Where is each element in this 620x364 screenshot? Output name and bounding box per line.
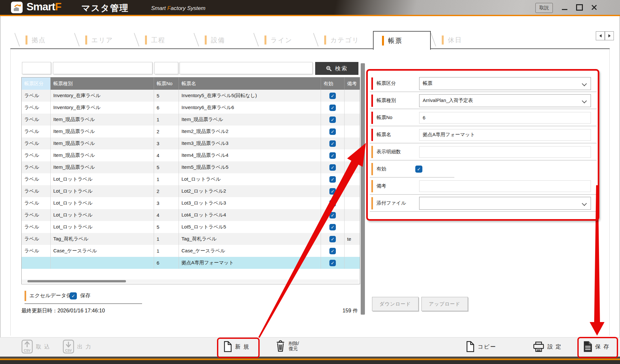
save-button[interactable]: 保 存 (583, 341, 610, 352)
tab-設備[interactable]: 設備 (194, 31, 253, 49)
cell-biko (345, 173, 359, 185)
active-checkbox[interactable] (329, 176, 336, 183)
active-checkbox[interactable] (329, 105, 336, 111)
table-row-0[interactable]: ラベルInventory_在庫ラベル5Inventory5_在庫ラベル5(回転な… (22, 90, 360, 102)
optional-marker (371, 163, 373, 175)
active-checkbox[interactable] (329, 152, 336, 159)
dropdown-帳票種別[interactable]: ArrivalPlan_入荷予定表 (419, 94, 591, 107)
detail-form: 帳票区分帳票帳票種別ArrivalPlan_入荷予定表帳票No6帳票名拠点A専用… (370, 75, 597, 212)
new-button[interactable]: 新 規 (223, 341, 250, 352)
table-row-14[interactable]: 6拠点A専用フォーマット (22, 257, 360, 269)
tab-帳票[interactable]: 帳票 (373, 31, 431, 50)
minimize-button[interactable] (560, 3, 569, 12)
active-checkbox[interactable] (329, 128, 336, 135)
table-row-3[interactable]: ラベルItem_現品票ラベル2Item2_現品票ラベル2 (22, 126, 360, 137)
tab-休日[interactable]: 休日 (431, 31, 491, 49)
manual-button[interactable]: 取説 (535, 3, 553, 13)
input-表示明細数[interactable] (419, 146, 591, 158)
upload-button[interactable]: アップロード (421, 297, 468, 311)
horizontal-scrollbar-thumb[interactable] (27, 280, 126, 282)
search-input-kubun[interactable] (22, 62, 51, 74)
active-checkbox[interactable] (329, 248, 336, 254)
tab-工程[interactable]: 工程 (134, 31, 194, 49)
table-row-10[interactable]: ラベルLot_ロットラベル4Lot4_ロットラベル4 (22, 209, 360, 221)
tab-accent-bar (324, 35, 326, 45)
cell: Lot_ロットラベル (51, 197, 154, 209)
cell: 1 (154, 114, 179, 126)
form-field-帳票名: 帳票名拠点A専用フォーマット (370, 126, 597, 143)
table-row-4[interactable]: ラベルItem_現品票ラベル3Item3_現品票ラベル3 (22, 137, 360, 149)
cell-active (321, 233, 345, 245)
search-input-name[interactable] (180, 62, 313, 74)
input-帳票No[interactable]: 6 (419, 112, 591, 124)
required-marker (371, 112, 373, 124)
tab-scroll-right-button[interactable] (605, 31, 614, 40)
form-field-備考: 備考 (370, 177, 597, 195)
search-icon (326, 66, 332, 72)
active-checkbox[interactable] (329, 164, 336, 171)
search-input-shubetsu[interactable] (53, 62, 152, 74)
active-checkbox[interactable] (329, 212, 336, 218)
active-checkbox[interactable] (329, 93, 336, 99)
active-checkbox[interactable] (329, 260, 336, 266)
input-備考[interactable] (419, 180, 591, 192)
download-button[interactable]: ダウンロード (372, 297, 418, 311)
cell-biko (345, 149, 359, 161)
excel-underline (25, 303, 142, 304)
field-label: 備考 (377, 183, 415, 189)
maximize-button[interactable] (574, 3, 584, 12)
form-field-有効: 有効 (370, 160, 597, 177)
table-row-11[interactable]: ラベルLot_ロットラベル5Lot5_ロットラベル5 (22, 221, 360, 233)
table-row-13[interactable]: ラベルCase_ケースラベル1Case_ケースラベル (22, 245, 360, 257)
tab-拠点[interactable]: 拠点 (15, 31, 74, 49)
excel-save-checkbox[interactable] (70, 292, 77, 299)
active-checkbox[interactable] (329, 188, 336, 195)
table-row-12[interactable]: ラベルTag_荷札ラベル1Tag_荷札ラベルte (22, 233, 360, 245)
column-header-帳票No[interactable]: 帳票No (154, 77, 179, 90)
delete-restore-button[interactable]: 削除/復元 (275, 339, 299, 352)
dropdown-添付ファイル[interactable] (419, 197, 591, 210)
import-button[interactable]: CSV 取 込 (21, 339, 50, 354)
active-checkbox[interactable] (329, 224, 336, 230)
table-row-2[interactable]: ラベルItem_現品票ラベル1Item_現品票ラベル (22, 114, 360, 126)
column-header-有効[interactable]: 有効 (321, 77, 345, 90)
table-row-9[interactable]: ラベルLot_ロットラベル3Lot3_ロットラベル3 (22, 197, 360, 209)
cell: Item2_現品票ラベル2 (179, 126, 321, 137)
tab-エリア[interactable]: エリア (74, 31, 134, 49)
column-header-帳票名[interactable]: 帳票名 (179, 77, 321, 90)
column-header-備考[interactable]: 備考 (345, 77, 359, 90)
active-checkbox[interactable] (329, 116, 336, 123)
active-checkbox[interactable] (329, 200, 336, 207)
cell: Lot3_ロットラベル3 (179, 197, 321, 209)
table-row-6[interactable]: ラベルItem_現品票ラベル5Item5_現品票ラベル5 (22, 161, 360, 173)
table-row-7[interactable]: ラベルLot_ロットラベル1Lot_ロットラベル (22, 173, 360, 185)
checkbox-有効[interactable] (415, 166, 422, 173)
tab-label: 休日 (448, 36, 462, 45)
tab-scroll-left-button[interactable] (596, 31, 605, 40)
close-button[interactable] (589, 3, 599, 12)
export-button[interactable]: CSV 出 力 (63, 339, 92, 354)
table-row-1[interactable]: ラベルInventory_在庫ラベル6Inventory6_在庫ラベル6 (22, 102, 360, 114)
column-header-帳票区分[interactable]: 帳票区分 (22, 77, 51, 90)
copy-button[interactable]: コピー (466, 341, 496, 352)
tab-カテゴリ[interactable]: カテゴリ (313, 31, 373, 49)
cell-active (321, 126, 345, 137)
table-header: 帳票区分帳票種別帳票No帳票名有効備考 (22, 77, 360, 90)
cell-active (321, 209, 345, 221)
app-logo-text: SmartF (26, 1, 61, 13)
form-field-帳票区分: 帳票区分帳票 (370, 75, 597, 92)
input-帳票名[interactable]: 拠点A専用フォーマット (419, 129, 591, 141)
vertical-scrollbar[interactable] (361, 63, 365, 315)
settings-button[interactable]: 設 定 (533, 341, 562, 352)
search-button[interactable]: 検索 (315, 62, 358, 75)
column-header-帳票種別[interactable]: 帳票種別 (51, 77, 154, 90)
cell-biko (345, 126, 359, 137)
active-checkbox[interactable] (329, 236, 336, 242)
active-checkbox[interactable] (329, 140, 336, 147)
table-row-5[interactable]: ラベルItem_現品票ラベル4Item4_現品票ラベル4 (22, 149, 360, 161)
tab-ライン[interactable]: ライン (253, 31, 313, 49)
cell-biko (345, 161, 359, 173)
dropdown-帳票区分[interactable]: 帳票 (419, 77, 591, 90)
search-input-no[interactable] (154, 62, 178, 74)
table-row-8[interactable]: ラベルLot_ロットラベル2Lot2_ロットラベル2 (22, 185, 360, 197)
